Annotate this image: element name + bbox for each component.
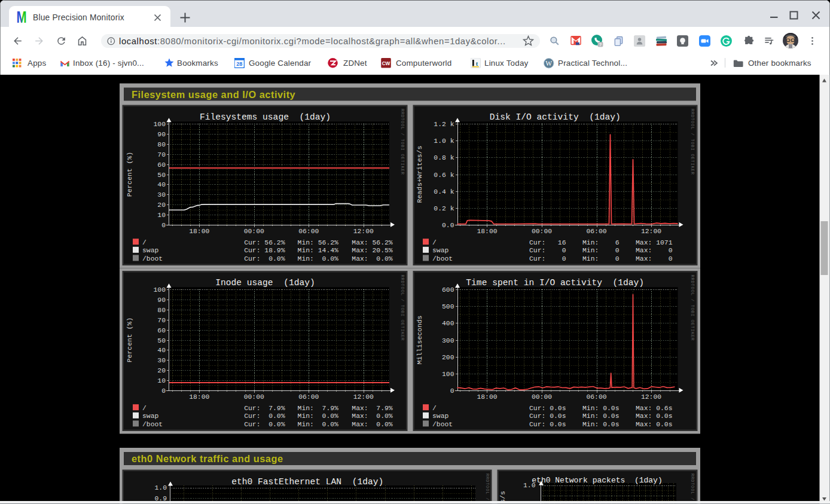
svg-text:Max: 0.6s: Max: 0.6s [636, 405, 673, 412]
svg-text:Max: 0: Max: 0 [636, 255, 673, 262]
svg-text:/boot: /boot [432, 421, 453, 428]
svg-text:60: 60 [153, 161, 166, 169]
svg-text:Percent (%): Percent (%) [127, 317, 134, 362]
svg-text:/boot: /boot [142, 255, 163, 262]
svg-text:Cur: 0.0%: Cur: 0.0% [244, 255, 285, 262]
svg-text:/: / [142, 405, 147, 412]
svg-text:Max: 56.2%: Max: 56.2% [352, 239, 393, 246]
svg-text:1.2 k: 1.2 k [434, 121, 454, 128]
svg-text:Cur: 0.0s: Cur: 0.0s [529, 421, 566, 428]
svg-text:Inode usage (1day): Inode usage (1day) [215, 278, 315, 288]
svg-text:0: 0 [153, 222, 166, 229]
svg-text:50: 50 [153, 337, 166, 344]
svg-text:100: 100 [153, 121, 166, 128]
svg-text:Cur: 0.0s: Cur: 0.0s [529, 405, 566, 412]
svg-text:0.2 k: 0.2 k [434, 205, 454, 212]
svg-text:Max: 0.0s: Max: 0.0s [636, 413, 673, 420]
svg-text:eth0 Network packets (1day): eth0 Network packets (1day) [532, 476, 662, 485]
svg-text:Cur: 0: Cur: 0 [529, 247, 566, 254]
svg-text:Cur: 0.0%: Cur: 0.0% [244, 421, 285, 428]
svg-text:Cur: 7.9%: Cur: 7.9% [244, 405, 285, 412]
svg-text:600: 600 [442, 286, 454, 294]
svg-text:Time spent in I/O activity (1: Time spent in I/O activity (1day) [466, 278, 644, 288]
svg-text:12:00: 12:00 [641, 393, 661, 401]
svg-text:06:00: 06:00 [298, 228, 319, 235]
svg-text:Max: 0.0%: Max: 0.0% [352, 255, 393, 262]
svg-text:06:00: 06:00 [586, 393, 606, 401]
svg-text:0.0: 0.0 [442, 222, 454, 229]
svg-text:Percent (%): Percent (%) [127, 152, 134, 197]
svg-text:swap: swap [142, 413, 159, 420]
svg-text:1.0: 1.0 [154, 484, 167, 491]
svg-text:/: / [142, 239, 147, 246]
svg-text:Min: 0.0s: Min: 0.0s [582, 405, 620, 412]
svg-text:Reads+Writes/s: Reads+Writes/s [417, 146, 424, 203]
svg-text:swap: swap [432, 413, 449, 420]
svg-text:Cur: 0.0%: Cur: 0.0% [244, 413, 285, 420]
svg-text:RRDTOOL / TOBI OETIKER: RRDTOOL / TOBI OETIKER [690, 474, 695, 504]
svg-text:Cur: 0.0s: Cur: 0.0s [529, 413, 566, 420]
svg-text:12:00: 12:00 [641, 228, 661, 235]
svg-text:/boot: /boot [142, 421, 163, 428]
svg-text:Min: 0.0%: Min: 0.0% [298, 413, 339, 420]
svg-text:/: / [432, 405, 437, 412]
svg-text:10: 10 [153, 377, 166, 384]
svg-text:0.8 k: 0.8 k [434, 154, 454, 161]
svg-text:70: 70 [153, 317, 166, 324]
svg-text:Min: 14.4%: Min: 14.4% [298, 247, 339, 254]
svg-text:Cur: 16: Cur: 16 [529, 239, 566, 246]
svg-text:/boot: /boot [432, 255, 453, 262]
svg-text:06:00: 06:00 [298, 393, 319, 401]
svg-text:00:00: 00:00 [244, 228, 264, 235]
svg-text:100: 100 [442, 371, 454, 378]
svg-text:?: ? [599, 42, 602, 47]
svg-text:500: 500 [442, 303, 454, 310]
svg-text:Min: 6: Min: 6 [582, 239, 620, 246]
svg-text:Min: 0.0%: Min: 0.0% [298, 421, 339, 428]
svg-text:/: / [432, 239, 437, 246]
svg-text:70: 70 [153, 151, 166, 158]
svg-text:W: W [545, 60, 552, 67]
svg-text:Filesystems usage (1day): Filesystems usage (1day) [200, 112, 331, 122]
svg-text:12:00: 12:00 [353, 228, 374, 235]
svg-text:40: 40 [153, 347, 166, 354]
svg-text:18:00: 18:00 [477, 228, 497, 235]
svg-text:0: 0 [153, 387, 166, 395]
svg-text:18:00: 18:00 [477, 393, 497, 401]
svg-text:Min: 0.0s: Min: 0.0s [582, 413, 620, 420]
svg-text:Max: 20.5%: Max: 20.5% [352, 247, 393, 254]
svg-text:40: 40 [153, 181, 166, 188]
svg-text:1.0 k: 1.0 k [434, 138, 454, 145]
svg-text:M: M [16, 10, 26, 23]
svg-text:Min: 0: Min: 0 [582, 255, 620, 262]
svg-text:Max: 0.0s: Max: 0.0s [636, 421, 673, 428]
svg-text:50: 50 [153, 172, 166, 179]
svg-text:Max: 0.0%: Max: 0.0% [352, 413, 393, 420]
svg-text:1.0: 1.0 [523, 482, 536, 489]
svg-text:RRDTOOL / TOBI OETIKER: RRDTOOL / TOBI OETIKER [400, 275, 405, 341]
svg-text:Cur: 56.2%: Cur: 56.2% [244, 239, 285, 246]
svg-text:swap: swap [432, 247, 449, 254]
svg-text:Min: 0: Min: 0 [582, 247, 620, 254]
svg-text:Max: 0: Max: 0 [636, 247, 673, 254]
svg-text:0.9: 0.9 [154, 495, 167, 502]
svg-text:Cur: 0: Cur: 0 [529, 255, 566, 262]
svg-text:30: 30 [153, 357, 166, 364]
svg-text:30: 30 [153, 191, 166, 198]
svg-text:RRDTOOL / TOBI OETIKER: RRDTOOL / TOBI OETIKER [485, 474, 490, 504]
svg-text:20: 20 [153, 367, 166, 374]
svg-text:18:00: 18:00 [189, 228, 209, 235]
svg-text:Filesystem usage and I/O activ: Filesystem usage and I/O activity [132, 89, 295, 100]
svg-text:eth0 Network traffic and usage: eth0 Network traffic and usage [132, 453, 283, 464]
svg-text:swap: swap [142, 247, 159, 254]
svg-text:0.4 k: 0.4 k [434, 188, 454, 196]
svg-text:0: 0 [442, 387, 454, 395]
svg-text:Disk I/O activity (1day): Disk I/O activity (1day) [490, 112, 621, 122]
svg-text:80: 80 [153, 307, 166, 314]
svg-text:400: 400 [442, 320, 454, 327]
svg-text:0.6 k: 0.6 k [434, 172, 454, 179]
svg-text:RRDTOOL / TOBI OETIKER: RRDTOOL / TOBI OETIKER [400, 109, 405, 175]
svg-text:200: 200 [442, 354, 454, 361]
svg-text:90: 90 [153, 297, 166, 304]
svg-text:Milliseconds: Milliseconds [417, 316, 424, 365]
